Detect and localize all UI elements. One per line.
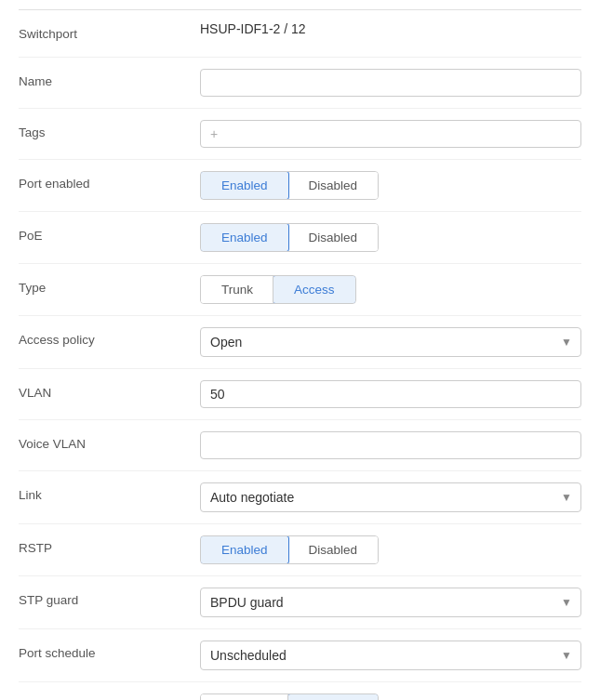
stp-guard-select[interactable]: BPDU guard Root guard Loop guard Disable… — [200, 588, 581, 617]
access-policy-label: Access policy — [19, 327, 200, 347]
type-trunk-button[interactable]: Trunk — [201, 276, 273, 303]
voice-vlan-row: Voice VLAN — [19, 420, 581, 471]
port-enabled-label: Port enabled — [19, 171, 200, 191]
type-control: Trunk Access — [200, 275, 581, 304]
rstp-toggle-group: Enabled Disabled — [200, 535, 379, 564]
port-enabled-disabled-button[interactable]: Disabled — [288, 172, 379, 199]
access-policy-select[interactable]: Open MAC authentication 802.1X — [200, 327, 581, 357]
poe-disabled-button[interactable]: Disabled — [288, 224, 379, 251]
type-row: Type Trunk Access — [19, 264, 581, 316]
switchport-value-col: HSUP-IDF1-2 / 12 — [200, 21, 581, 36]
link-label: Link — [19, 482, 200, 502]
name-control — [200, 69, 581, 97]
tags-row: Tags + — [19, 109, 581, 160]
vlan-label: VLAN — [19, 380, 200, 400]
name-row: Name — [19, 58, 581, 109]
rstp-label: RSTP — [19, 535, 200, 555]
access-policy-select-wrapper: Open MAC authentication 802.1X ▼ — [200, 327, 581, 357]
port-isolation-toggle-group: Enabled Disabled — [200, 693, 379, 700]
stp-guard-label: STP guard — [19, 588, 200, 607]
stp-guard-control: BPDU guard Root guard Loop guard Disable… — [200, 588, 581, 617]
tags-label: Tags — [19, 120, 200, 139]
rstp-control: Enabled Disabled — [200, 535, 581, 564]
tags-control: + — [200, 120, 581, 148]
access-policy-row: Access policy Open MAC authentication 80… — [19, 316, 581, 369]
type-toggle-group: Trunk Access — [200, 275, 356, 304]
rstp-row: RSTP Enabled Disabled — [19, 524, 581, 576]
port-isolation-disabled-button[interactable]: Disabled — [287, 693, 380, 700]
rstp-disabled-button[interactable]: Disabled — [288, 536, 379, 563]
voice-vlan-control — [200, 431, 581, 459]
poe-control: Enabled Disabled — [200, 223, 581, 252]
link-control: Auto negotiate 10 Mbps half 10 Mbps full… — [200, 482, 581, 512]
tags-input[interactable]: + — [200, 120, 581, 148]
type-label: Type — [19, 275, 200, 295]
form-container: Switchport HSUP-IDF1-2 / 12 Name Tags + … — [0, 0, 600, 700]
stp-guard-select-wrapper: BPDU guard Root guard Loop guard Disable… — [200, 588, 581, 617]
name-input[interactable] — [200, 69, 581, 97]
voice-vlan-input[interactable] — [200, 431, 581, 459]
name-label: Name — [19, 69, 200, 88]
vlan-control — [200, 380, 581, 408]
port-enabled-enabled-button[interactable]: Enabled — [200, 171, 289, 200]
port-schedule-label: Port schedule — [19, 641, 200, 660]
port-schedule-select-wrapper: Unscheduled ▼ — [200, 641, 581, 670]
link-select-wrapper: Auto negotiate 10 Mbps half 10 Mbps full… — [200, 482, 581, 512]
poe-toggle-group: Enabled Disabled — [200, 223, 379, 252]
port-isolation-control: Enabled Disabled — [200, 693, 581, 700]
voice-vlan-label: Voice VLAN — [19, 431, 200, 451]
switchport-row: Switchport HSUP-IDF1-2 / 12 — [19, 9, 581, 58]
link-select[interactable]: Auto negotiate 10 Mbps half 10 Mbps full… — [200, 482, 581, 512]
switchport-label: Switchport — [19, 21, 200, 41]
switchport-value: HSUP-IDF1-2 / 12 — [200, 16, 306, 36]
port-enabled-control: Enabled Disabled — [200, 171, 581, 200]
type-access-button[interactable]: Access — [273, 275, 356, 304]
stp-guard-row: STP guard BPDU guard Root guard Loop gua… — [19, 576, 581, 629]
port-isolation-label: Port isolation — [19, 693, 200, 700]
port-enabled-row: Port enabled Enabled Disabled — [19, 160, 581, 212]
access-policy-control: Open MAC authentication 802.1X ▼ — [200, 327, 581, 357]
poe-label: PoE — [19, 223, 200, 243]
port-isolation-enabled-button[interactable]: Enabled — [201, 694, 288, 700]
vlan-row: VLAN — [19, 369, 581, 420]
link-row: Link Auto negotiate 10 Mbps half 10 Mbps… — [19, 471, 581, 524]
vlan-input[interactable] — [200, 380, 581, 408]
rstp-enabled-button[interactable]: Enabled — [200, 535, 289, 564]
port-enabled-toggle-group: Enabled Disabled — [200, 171, 379, 200]
port-isolation-row: Port isolation Enabled Disabled — [19, 682, 581, 700]
port-schedule-control: Unscheduled ▼ — [200, 641, 581, 670]
poe-enabled-button[interactable]: Enabled — [200, 223, 289, 252]
poe-row: PoE Enabled Disabled — [19, 212, 581, 264]
port-schedule-select[interactable]: Unscheduled — [200, 641, 581, 670]
port-schedule-row: Port schedule Unscheduled ▼ — [19, 629, 581, 682]
